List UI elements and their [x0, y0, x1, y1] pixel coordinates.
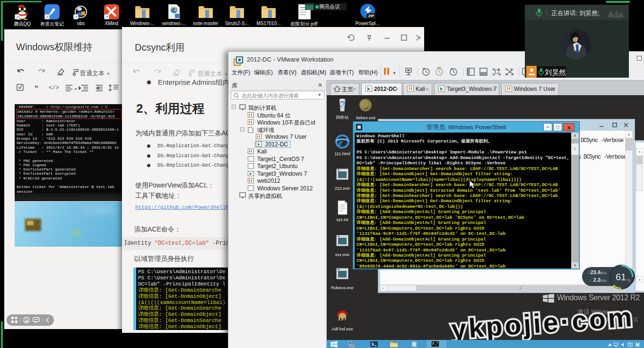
svg-text:“: “: [35, 84, 38, 92]
svg-text:C++: C++: [339, 318, 347, 322]
svg-text:</>: </>: [49, 85, 59, 91]
svg-text:61: 61: [616, 272, 626, 282]
svg-text:M: M: [635, 342, 639, 347]
svg-text:%: %: [627, 278, 631, 283]
svg-text:e: e: [339, 136, 343, 148]
